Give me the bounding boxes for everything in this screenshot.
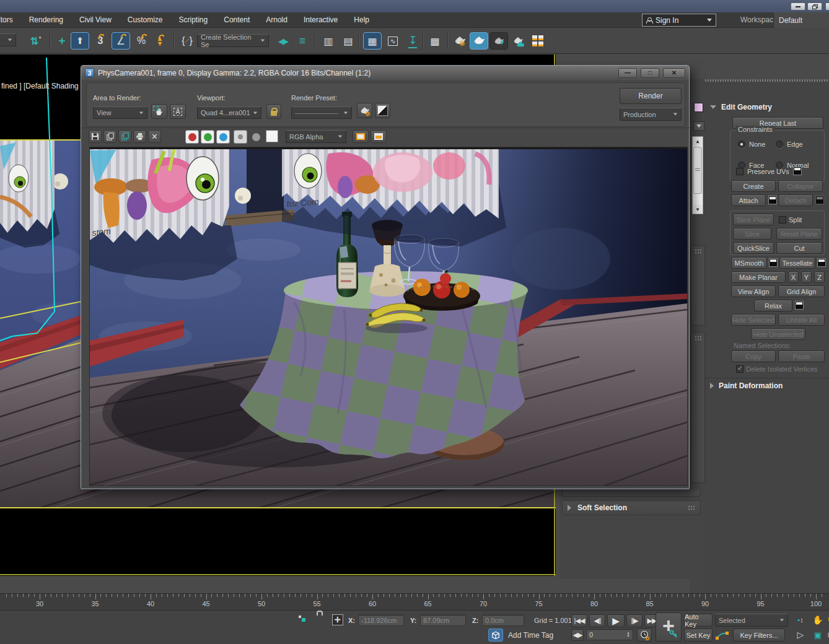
layer-explorer-icon[interactable]: ▤: [340, 32, 357, 50]
menu-item-content[interactable]: Content: [224, 15, 250, 24]
render-in-cloud-icon[interactable]: [509, 32, 527, 50]
gamma-toggle-icon[interactable]: [375, 103, 390, 118]
y-coordinate-field[interactable]: 87.09cm: [420, 615, 466, 626]
attach-button[interactable]: Attach: [731, 194, 766, 206]
copy-image-icon[interactable]: [103, 130, 116, 143]
reset-plane-button[interactable]: Reset Plane: [776, 228, 822, 240]
menu-item-help[interactable]: Help: [354, 15, 369, 24]
select-and-move-icon[interactable]: +: [53, 32, 71, 50]
print-image-icon[interactable]: [133, 130, 146, 143]
selection-filter-combo[interactable]: [0, 33, 16, 46]
rollout-stub-1[interactable]: [691, 245, 705, 326]
workspace-selector[interactable]: Default: [773, 12, 829, 28]
slice-button[interactable]: Slice: [733, 228, 771, 240]
green-channel-toggle[interactable]: [201, 130, 214, 144]
key-filters-button[interactable]: Key Filters...: [733, 629, 785, 642]
make-planar-y-button[interactable]: Y: [801, 271, 812, 283]
clone-window-icon[interactable]: [118, 130, 131, 143]
paint-deformation-rollout-header[interactable]: Paint Deformation: [710, 381, 783, 390]
paste-button[interactable]: Paste: [778, 350, 825, 362]
mirror-icon[interactable]: ◀▶: [274, 32, 291, 50]
snaps-toggle-icon[interactable]: 3: [92, 32, 109, 50]
render-gallery-icon[interactable]: [529, 32, 546, 50]
attach-settings-icon[interactable]: [768, 196, 777, 204]
auto-key-button[interactable]: Auto Key: [684, 614, 713, 627]
grid-align-button[interactable]: Grid Align: [778, 285, 825, 297]
render-setup-icon[interactable]: [451, 32, 468, 50]
align-icon[interactable]: ≡: [294, 32, 311, 50]
menu-item-interactive[interactable]: Interactive: [304, 15, 338, 24]
schematic-view-icon[interactable]: ↧: [404, 32, 421, 50]
selection-filter-combo-bottom[interactable]: Selected: [715, 614, 788, 627]
rollout-stub-2[interactable]: [691, 332, 705, 483]
preserve-uvs-settings-icon[interactable]: [793, 167, 802, 175]
constraint-none-radio[interactable]: [738, 141, 745, 148]
frame-spinner[interactable]: ▲▼: [626, 632, 630, 638]
toggle-ui-icon[interactable]: [371, 130, 387, 143]
scrollbar-thumb[interactable]: [693, 147, 702, 194]
object-color-swatch[interactable]: [694, 103, 703, 112]
timeline-ruler[interactable]: 3035404550556065707580859095100: [0, 593, 829, 610]
next-frame-button[interactable]: ||▶: [626, 614, 643, 627]
alpha-channel-toggle[interactable]: [252, 133, 260, 141]
toggle-ui-overlays-icon[interactable]: [353, 130, 369, 143]
red-channel-toggle[interactable]: [185, 130, 199, 144]
collapse-button[interactable]: Collapse: [778, 180, 823, 192]
edit-region-icon[interactable]: [151, 104, 167, 119]
render-mode-combo[interactable]: Production: [620, 108, 682, 121]
render-production-icon[interactable]: [489, 32, 508, 50]
relax-button[interactable]: Relax: [754, 300, 792, 311]
select-object-icon[interactable]: ⬆: [71, 32, 89, 50]
modifier-stack-scrollbar[interactable]: ▲ ▼: [692, 136, 703, 214]
copy-button[interactable]: Copy: [731, 350, 776, 362]
make-planar-x-button[interactable]: X: [788, 271, 799, 283]
named-selection-sets-icon[interactable]: {⟋}: [178, 32, 196, 50]
add-time-tag-icon[interactable]: [488, 629, 503, 642]
blue-channel-toggle[interactable]: [216, 130, 230, 144]
hide-unselected-button[interactable]: Hide Unselected: [751, 328, 805, 340]
set-keys-button[interactable]: +: [656, 612, 682, 642]
sign-in-button[interactable]: Sign In: [642, 14, 716, 27]
menu-item-scripting[interactable]: Scripting: [179, 15, 208, 24]
detach-settings-icon[interactable]: [815, 196, 824, 204]
rollout-grip-icon[interactable]: [688, 505, 695, 511]
detach-button[interactable]: Detach: [778, 194, 813, 206]
close-window-icon[interactable]: [825, 2, 829, 11]
area-to-render-combo[interactable]: View: [93, 107, 147, 119]
render-button[interactable]: Render: [620, 88, 682, 104]
default-in-out-tangents-icon[interactable]: [715, 630, 730, 642]
rfw-maximize-icon[interactable]: □: [641, 68, 659, 78]
x-coordinate-field[interactable]: -118.926cm: [358, 615, 404, 626]
delete-isolated-vertices-checkbox[interactable]: [736, 365, 743, 373]
split-checkbox[interactable]: [779, 216, 786, 224]
constraint-edge-radio[interactable]: [776, 141, 783, 148]
set-key-button[interactable]: Set Key: [684, 629, 713, 642]
time-configuration-icon[interactable]: [637, 629, 652, 642]
slice-plane-button[interactable]: Slice Plane: [733, 214, 774, 225]
menu-item-customize[interactable]: Customize: [128, 15, 163, 24]
named-selection-set-combo[interactable]: Create Selection Se: [197, 34, 269, 47]
absolute-offset-toggle[interactable]: ✛: [332, 614, 343, 625]
auto-region-icon[interactable]: A: [170, 104, 186, 119]
go-to-start-button[interactable]: |◀◀: [571, 614, 587, 627]
rfw-minimize-icon[interactable]: —: [618, 68, 637, 78]
make-planar-button[interactable]: Make Planar: [731, 271, 786, 283]
rfw-titlebar[interactable]: 3 PhysCamera001, frame 0, Display Gamma:…: [81, 66, 689, 80]
rendered-frame-window-icon[interactable]: [470, 32, 488, 50]
menu-item-civil-view[interactable]: Civil View: [79, 15, 112, 24]
background-color-swatch[interactable]: [266, 130, 278, 142]
edit-geometry-rollout-header[interactable]: Edit Geometry: [710, 103, 772, 111]
relax-settings-icon[interactable]: [795, 301, 804, 310]
preserve-uvs-checkbox[interactable]: [736, 168, 743, 175]
scene-explorer-icon[interactable]: ▥: [320, 32, 337, 50]
current-frame-field[interactable]: 0 ▲▼: [586, 629, 633, 640]
monochrome-toggle[interactable]: [234, 130, 247, 144]
scroll-down-icon[interactable]: ▼: [693, 205, 703, 214]
modifier-list-dropdown[interactable]: [693, 121, 704, 131]
quickslice-button[interactable]: QuickSlice: [733, 242, 774, 254]
viewport-shading-label[interactable]: fined ] [Default Shading ]: [1, 82, 82, 90]
lock-viewport-icon[interactable]: [266, 104, 281, 119]
menu-item-arnold[interactable]: Arnold: [266, 15, 287, 24]
main-titlebar[interactable]: [0, 0, 829, 12]
spinner-snap-icon[interactable]: ▲▼: [151, 32, 169, 50]
